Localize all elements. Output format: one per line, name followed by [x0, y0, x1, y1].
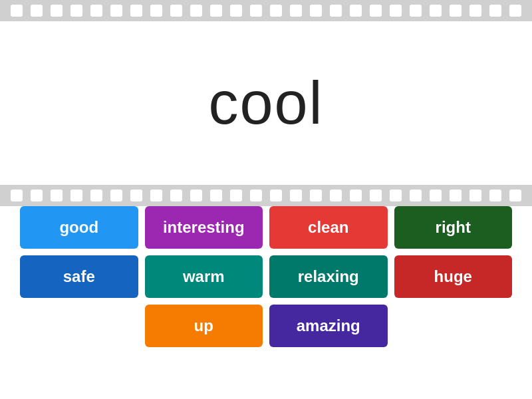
film-hole — [70, 190, 82, 201]
film-hole — [110, 190, 122, 201]
film-hole — [290, 190, 302, 201]
film-hole — [430, 5, 442, 17]
answer-btn-huge[interactable]: huge — [394, 255, 513, 298]
film-hole — [509, 5, 521, 17]
film-hole — [489, 190, 501, 201]
film-hole — [290, 5, 302, 17]
film-hole — [90, 5, 102, 17]
answer-btn-relaxing[interactable]: relaxing — [269, 255, 388, 298]
film-hole — [70, 5, 82, 17]
film-hole — [410, 190, 422, 201]
film-hole — [250, 190, 262, 201]
film-hole — [190, 190, 202, 201]
film-hole — [190, 5, 202, 17]
film-hole — [310, 5, 322, 17]
film-hole — [270, 190, 282, 201]
film-hole — [390, 5, 402, 17]
film-hole — [110, 5, 122, 17]
film-hole — [370, 5, 382, 17]
answer-btn-amazing[interactable]: amazing — [269, 305, 388, 347]
film-hole — [370, 190, 382, 201]
film-hole — [170, 5, 182, 17]
film-strip-top — [0, 0, 532, 21]
film-hole — [270, 5, 282, 17]
film-hole — [210, 190, 222, 201]
film-hole — [11, 190, 23, 201]
film-hole — [469, 190, 481, 201]
film-hole — [31, 190, 43, 201]
film-hole — [230, 5, 242, 17]
film-hole — [489, 5, 501, 17]
film-hole — [350, 5, 362, 17]
film-hole — [350, 190, 362, 201]
film-hole — [11, 5, 23, 17]
film-hole — [90, 190, 102, 201]
film-hole — [130, 5, 142, 17]
film-strip-bottom — [0, 185, 532, 206]
film-hole — [410, 5, 422, 17]
answer-btn-right[interactable]: right — [394, 206, 513, 249]
film-hole — [130, 190, 142, 201]
answer-btn-safe[interactable]: safe — [20, 255, 138, 298]
film-hole — [230, 190, 242, 201]
answer-btn-warm[interactable]: warm — [145, 255, 263, 298]
film-hole — [330, 5, 342, 17]
film-hole — [170, 190, 182, 201]
answer-btn-interesting[interactable]: interesting — [145, 206, 263, 249]
film-hole — [330, 190, 342, 201]
main-word-area: cool — [0, 21, 532, 185]
answers-area: goodinterestingcleanrightsafewarmrelaxin… — [20, 206, 512, 392]
film-hole — [150, 5, 162, 17]
film-hole — [150, 190, 162, 201]
film-hole — [390, 190, 402, 201]
film-hole — [469, 5, 481, 17]
film-hole — [450, 5, 462, 17]
answer-btn-up[interactable]: up — [145, 305, 263, 347]
film-hole — [450, 190, 462, 201]
answer-btn-clean[interactable]: clean — [269, 206, 388, 249]
film-hole — [250, 5, 262, 17]
film-hole — [210, 5, 222, 17]
main-word: cool — [208, 69, 323, 138]
film-hole — [51, 5, 63, 17]
film-hole — [31, 5, 43, 17]
film-hole — [310, 190, 322, 201]
answer-btn-good[interactable]: good — [20, 206, 138, 249]
film-hole — [51, 190, 63, 201]
film-hole — [509, 190, 521, 201]
film-hole — [430, 190, 442, 201]
